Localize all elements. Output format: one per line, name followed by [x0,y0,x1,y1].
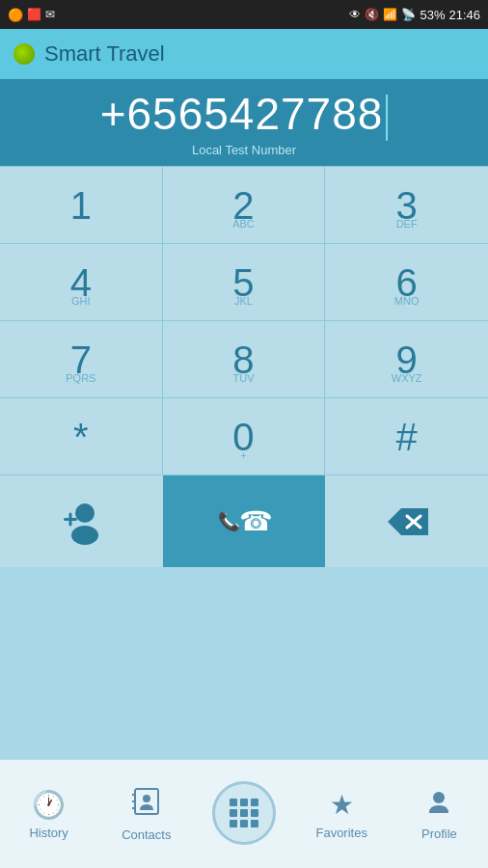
email-icon: ✉ [45,8,55,21]
nav-item-favorites[interactable]: ★ Favorites [293,760,391,868]
mute-icon: 🔇 [365,8,379,21]
phone-icon: 📞 [215,503,239,540]
dial-key-7[interactable]: 7PQRS [0,321,163,398]
phone-label: Local Test Number [192,143,296,157]
dial-key-1[interactable]: 1 [0,167,163,244]
battery-label: 53% [420,8,445,22]
dial-key-8[interactable]: 8TUV [163,321,326,398]
nav-item-dialpad[interactable] [195,760,292,868]
star-icon: ★ [330,789,354,821]
svg-rect-3 [69,512,72,526]
phone-number: +6565427788 [100,88,389,141]
time-label: 21:46 [448,8,480,22]
status-right-icons: 👁 🔇 📶 📡 53% 21:46 [349,8,480,22]
dial-key-sub-4: JKL [234,295,253,307]
person-icon [425,788,452,822]
dial-key-0[interactable]: 0+ [163,398,326,475]
nav-item-profile[interactable]: Profile [391,760,488,868]
dial-key-*[interactable]: * [0,398,163,475]
dial-key-main-11: # [396,418,418,456]
dial-key-main-9: * [73,418,89,456]
backspace-icon [384,504,430,539]
svg-point-12 [433,792,445,803]
dial-key-6[interactable]: 6MNO [325,244,488,321]
add-contact-icon [56,497,106,547]
dial-key-main-0: 1 [70,186,92,225]
dialpad-circle [212,781,276,845]
status-icon-1: 🟥 [27,8,41,21]
svg-text:📞: 📞 [218,509,239,531]
dial-key-sub-7: TUV [232,372,254,384]
dialpad-section: 12ABC3DEF4GHI5JKL6MNO7PQRS8TUV9WXYZ*0+# … [0,166,488,759]
app-logo-icon [14,43,35,65]
dial-key-sub-10: + [240,449,246,461]
dial-key-sub-3: GHI [71,295,91,307]
add-contact-button[interactable] [0,475,163,567]
dial-key-9[interactable]: 9WXYZ [325,321,488,398]
dial-key-sub-1: ABC [232,218,255,230]
nav-label-history: History [29,826,68,840]
bottom-nav: 🕐 History Contacts ★ Favorites [0,759,488,868]
signal-icon: 📡 [401,8,416,21]
dial-key-3[interactable]: 3DEF [325,167,488,244]
eye-icon: 👁 [349,8,361,21]
dial-key-4[interactable]: 4GHI [0,244,163,321]
svg-point-0 [75,503,95,523]
nav-label-contacts: Contacts [122,827,171,842]
dial-key-sub-5: MNO [394,295,420,307]
dial-key-5[interactable]: 5JKL [163,244,326,321]
svg-point-8 [143,795,150,802]
nav-label-profile: Profile [421,827,457,841]
dial-key-sub-2: DEF [396,218,418,230]
nav-label-favorites: Favorites [315,826,366,840]
nav-item-history[interactable]: 🕐 History [0,760,97,868]
dialpad-dots [230,799,258,827]
svg-point-1 [71,526,98,545]
phone-display: +6565427788 Local Test Number [0,79,488,166]
status-bar: 🟠 🟥 ✉ 👁 🔇 📶 📡 53% 21:46 [0,0,488,29]
dial-key-#[interactable]: # [325,398,488,475]
app-header: Smart Travel [0,29,488,79]
call-circle: 📞 ☎ [215,493,273,551]
app-title: Smart Travel [44,41,165,67]
app-notification-icon: 🟠 [8,8,23,22]
backspace-button[interactable] [325,475,488,567]
dial-key-sub-6: PQRS [66,372,95,384]
contacts-icon [132,787,161,823]
dial-key-sub-8: WXYZ [392,372,422,384]
status-left-icons: 🟠 🟥 ✉ [8,8,55,22]
dialpad-grid: 12ABC3DEF4GHI5JKL6MNO7PQRS8TUV9WXYZ*0+# [0,166,488,475]
action-row: 📞 ☎ [0,475,488,567]
nav-item-contacts[interactable]: Contacts [97,760,195,868]
dial-key-2[interactable]: 2ABC [163,167,326,244]
call-button[interactable]: 📞 ☎ [163,475,326,567]
wifi-icon: 📶 [383,8,397,21]
clock-icon: 🕐 [32,789,66,821]
